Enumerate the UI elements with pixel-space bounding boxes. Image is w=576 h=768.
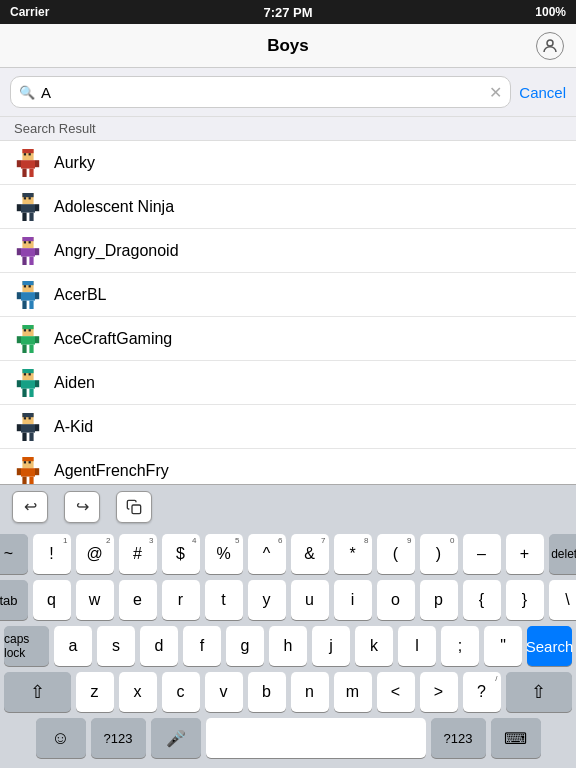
svg-rect-20 <box>22 237 33 241</box>
clear-button[interactable]: ✕ <box>489 83 502 102</box>
key-j[interactable]: j <box>312 626 350 666</box>
key-lt[interactable]: < <box>377 672 415 712</box>
key-4[interactable]: $4 <box>162 534 200 574</box>
key-u[interactable]: u <box>291 580 329 620</box>
key-2[interactable]: @2 <box>76 534 114 574</box>
key-3[interactable]: #3 <box>119 534 157 574</box>
avatar <box>14 281 42 309</box>
list-item[interactable]: A-Kid <box>0 405 576 449</box>
svg-rect-54 <box>29 388 33 396</box>
key-plus[interactable]: + <box>506 534 544 574</box>
key-s[interactable]: s <box>97 626 135 666</box>
svg-rect-16 <box>35 204 39 211</box>
account-icon[interactable] <box>536 32 564 60</box>
key-7[interactable]: &7 <box>291 534 329 574</box>
undo-button[interactable]: ↩ <box>12 491 48 523</box>
key-t[interactable]: t <box>205 580 243 620</box>
key-h[interactable]: h <box>269 626 307 666</box>
key-k[interactable]: k <box>355 626 393 666</box>
emoji-key[interactable]: ☺ <box>36 718 86 758</box>
svg-rect-52 <box>35 380 39 387</box>
keyboard-switch-key[interactable]: ⌨ <box>491 718 541 758</box>
key-quote[interactable]: " <box>484 626 522 666</box>
mic-key[interactable]: 🎤 <box>151 718 201 758</box>
key-lbrace[interactable]: { <box>463 580 501 620</box>
key-5[interactable]: %5 <box>205 534 243 574</box>
svg-rect-42 <box>17 336 21 343</box>
key-l[interactable]: l <box>398 626 436 666</box>
key-r[interactable]: r <box>162 580 200 620</box>
avatar <box>14 193 42 221</box>
key-g[interactable]: g <box>226 626 264 666</box>
key-o[interactable]: o <box>377 580 415 620</box>
delete-key[interactable]: delete <box>549 534 577 574</box>
carrier-label: Carrier <box>10 5 49 19</box>
key-p[interactable]: p <box>420 580 458 620</box>
key-dash[interactable]: – <box>463 534 501 574</box>
key-1[interactable]: !1 <box>33 534 71 574</box>
key-question[interactable]: ?/ <box>463 672 501 712</box>
list-item[interactable]: Aurky <box>0 141 576 185</box>
shift-left-key[interactable]: ⇧ <box>4 672 71 712</box>
search-input[interactable] <box>41 84 483 101</box>
svg-rect-34 <box>35 292 39 299</box>
key-v[interactable]: v <box>205 672 243 712</box>
key-m[interactable]: m <box>334 672 372 712</box>
svg-rect-51 <box>17 380 21 387</box>
item-name: Angry_Dragonoid <box>54 242 179 260</box>
key-b[interactable]: b <box>248 672 286 712</box>
key-0[interactable]: )0 <box>420 534 458 574</box>
kb-row-numbers: ~ !1 @2 #3 $4 %5 ^6 &7 *8 (9 )0 – + dele… <box>4 534 572 574</box>
search-field[interactable]: 🔍 ✕ <box>10 76 511 108</box>
copy-button[interactable] <box>116 491 152 523</box>
key-n[interactable]: n <box>291 672 329 712</box>
avatar <box>14 325 42 353</box>
svg-rect-50 <box>21 380 35 388</box>
shift-right-key[interactable]: ⇧ <box>506 672 573 712</box>
list-item[interactable]: AceCraftGaming <box>0 317 576 361</box>
key-c[interactable]: c <box>162 672 200 712</box>
caps-lock-key[interactable]: caps lock <box>4 626 49 666</box>
num-sym-right-key[interactable]: ?123 <box>431 718 486 758</box>
avatar <box>14 457 42 485</box>
key-gt[interactable]: > <box>420 672 458 712</box>
key-x[interactable]: x <box>119 672 157 712</box>
num-sym-left-key[interactable]: ?123 <box>91 718 146 758</box>
keyboard: ~ !1 @2 #3 $4 %5 ^6 &7 *8 (9 )0 – + dele… <box>0 528 576 768</box>
svg-rect-70 <box>35 468 39 475</box>
svg-rect-118 <box>132 505 141 514</box>
key-e[interactable]: e <box>119 580 157 620</box>
key-z[interactable]: z <box>76 672 114 712</box>
key-w[interactable]: w <box>76 580 114 620</box>
cancel-button[interactable]: Cancel <box>519 84 566 101</box>
key-a[interactable]: a <box>54 626 92 666</box>
item-name: Aiden <box>54 374 95 392</box>
list-item[interactable]: Angry_Dragonoid <box>0 229 576 273</box>
key-6[interactable]: ^6 <box>248 534 286 574</box>
key-y[interactable]: y <box>248 580 286 620</box>
key-f[interactable]: f <box>183 626 221 666</box>
space-key[interactable] <box>206 718 426 758</box>
key-8[interactable]: *8 <box>334 534 372 574</box>
svg-rect-48 <box>24 373 26 375</box>
redo-button[interactable]: ↪ <box>64 491 100 523</box>
key-9[interactable]: (9 <box>377 534 415 574</box>
key-tilde[interactable]: ~ <box>0 534 28 574</box>
list-item[interactable]: AcerBL <box>0 273 576 317</box>
search-key[interactable]: Search <box>527 626 572 666</box>
key-q[interactable]: q <box>33 580 71 620</box>
svg-rect-14 <box>21 204 35 212</box>
search-bar-row: 🔍 ✕ Cancel <box>0 68 576 117</box>
key-rbrace[interactable]: } <box>506 580 544 620</box>
key-i[interactable]: i <box>334 580 372 620</box>
key-d[interactable]: d <box>140 626 178 666</box>
item-name: AceCraftGaming <box>54 330 172 348</box>
avatar <box>14 369 42 397</box>
key-pipe[interactable]: \ <box>549 580 577 620</box>
tab-key[interactable]: tab <box>0 580 28 620</box>
list-item[interactable]: Aiden <box>0 361 576 405</box>
svg-rect-66 <box>24 461 26 463</box>
svg-rect-33 <box>17 292 21 299</box>
list-item[interactable]: Adolescent Ninja <box>0 185 576 229</box>
key-semicolon[interactable]: ; <box>441 626 479 666</box>
